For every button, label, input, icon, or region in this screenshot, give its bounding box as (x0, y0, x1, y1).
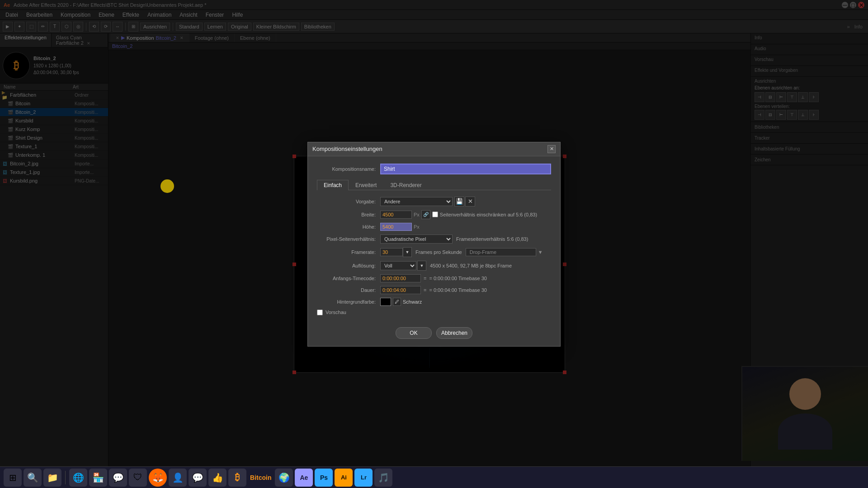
framerate-input[interactable] (380, 248, 403, 256)
framerate-label: Framerate: (317, 249, 380, 255)
start-tc-input[interactable] (380, 274, 421, 282)
comp-name-input[interactable] (380, 164, 551, 174)
comp-name-label: Kompositionsname: (317, 166, 380, 172)
taskbar-store[interactable]: 🏪 (89, 469, 107, 487)
resolution-info: 4500 x 5400, 92,7 MB je 8bpc Frame (430, 263, 512, 268)
resolution-dropdown[interactable]: ▼ (417, 261, 426, 271)
taskbar-whatsapp[interactable]: 💬 (109, 469, 127, 487)
pixel-aspect-select[interactable]: Quadratische Pixel (380, 235, 453, 244)
frame-aspect-value: 5:6 (0,83) (507, 236, 528, 242)
drop-frame-input (466, 248, 536, 256)
modal-footer: OK Abbrechen (308, 323, 560, 346)
start-tc-label: Anfangs-Timecode: (317, 276, 380, 281)
taskbar-ai[interactable]: Ai (335, 469, 353, 487)
duration-input[interactable] (380, 286, 421, 294)
bg-color-name: Schwarz (403, 299, 422, 305)
bg-color-swatch[interactable] (380, 298, 391, 306)
preset-select[interactable]: Andere (380, 197, 453, 206)
fps-label: Frames pro Sekunde (415, 249, 462, 255)
comp-name-row: Kompositionsname: (317, 164, 551, 174)
modal-title-bar: Kompositionseinstellungen ✕ (308, 142, 560, 156)
taskbar-music[interactable]: 🎵 (374, 469, 392, 487)
resolution-row: Auflösung: Voll ▼ 4500 x 5400, 92,7 MB j… (317, 261, 551, 271)
pixel-aspect-row: Pixel-Seitenverhältnis: Quadratische Pix… (317, 235, 551, 244)
bg-eyedropper-btn[interactable]: 🖉 (393, 298, 401, 306)
taskbar-lr[interactable]: Lr (354, 469, 373, 487)
preset-delete-btn[interactable]: ✕ (465, 197, 475, 206)
bg-color-row: Hintergrundfarbe: 🖉 Schwarz (317, 298, 551, 306)
taskbar-ps[interactable]: Ps (315, 469, 333, 487)
taskbar-messenger[interactable]: 💬 (189, 469, 207, 487)
taskbar-facebook[interactable]: 👍 (208, 469, 226, 487)
modal-tab-3d-renderer[interactable]: 3D-Renderer (383, 180, 428, 190)
duration-row: Dauer: = = 0:00:04:00 Timebase 30 (317, 286, 551, 294)
frame-aspect-label: Frameseitenverhältnis (456, 236, 505, 242)
preview-checkbox-label: Vorschau (326, 310, 346, 315)
preset-label: Vorgabe: (317, 199, 380, 204)
pixel-aspect-label: Pixel-Seitenverhältnis: (317, 236, 380, 242)
drop-frame-toggle[interactable]: ▼ (538, 249, 543, 255)
taskbar-user[interactable]: 👤 (169, 469, 187, 487)
modal-close-button[interactable]: ✕ (547, 145, 556, 153)
height-label: Höhe: (317, 224, 380, 230)
width-unit: Px (414, 212, 420, 217)
framerate-dropdown[interactable]: ▼ (403, 247, 412, 257)
taskbar-ae[interactable]: Ae (295, 469, 313, 487)
width-row: Breite: Px 🔗 Seitenverhältnis einschränk… (317, 210, 551, 219)
taskbar-bitcoin-label: Bitcoin (248, 474, 273, 481)
taskbar-files[interactable]: 📁 (43, 469, 61, 487)
modal-tab-einfach[interactable]: Einfach (317, 180, 349, 190)
duration-equals: = (424, 287, 426, 293)
modal-overlay: Kompositionseinstellungen ✕ Kompositions… (0, 0, 868, 488)
modal-tabs: Einfach Erweitert 3D-Renderer (317, 180, 551, 190)
taskbar-start[interactable]: ⊞ (4, 469, 22, 487)
resolution-label: Auflösung: (317, 263, 380, 268)
preview-checkbox[interactable] (317, 310, 323, 315)
height-unit: Px (414, 224, 420, 230)
preview-checkbox-row: Vorschau (317, 310, 551, 315)
width-input[interactable] (380, 211, 412, 219)
modal-title: Kompositionseinstellungen (312, 145, 382, 152)
taskbar-firefox[interactable]: 🦊 (149, 469, 167, 487)
taskbar: ⊞ 🔍 📁 🌐 🏪 💬 🛡 🦊 👤 💬 👍 ₿ Bitcoin 🌍 Ae Ps … (0, 466, 868, 488)
modal-tab-erweitert[interactable]: Erweitert (349, 180, 383, 190)
framerate-row: Framerate: ▼ Frames pro Sekunde ▼ (317, 247, 551, 257)
kompositionseinstellungen-modal: Kompositionseinstellungen ✕ Kompositions… (307, 142, 561, 347)
taskbar-bitcoin-icon[interactable]: ₿ (228, 469, 246, 487)
taskbar-shield[interactable]: 🛡 (129, 469, 147, 487)
modal-body: Kompositionsname: Einfach Erweitert 3D-R… (308, 156, 560, 323)
modal-cancel-button[interactable]: Abbrechen (436, 327, 472, 339)
taskbar-sep-1 (65, 471, 66, 484)
taskbar-browser[interactable]: 🌐 (69, 469, 87, 487)
height-input[interactable] (380, 223, 412, 231)
height-row: Höhe: Px (317, 223, 551, 231)
start-tc-equals: = (424, 276, 426, 281)
modal-ok-button[interactable]: OK (396, 327, 432, 339)
width-label: Breite: (317, 212, 380, 217)
start-tc-result: = 0:00:00:00 Timebase 30 (429, 276, 487, 281)
preset-save-btn[interactable]: 💾 (454, 197, 464, 206)
duration-label: Dauer: (317, 287, 380, 293)
aspect-lock-checkbox[interactable] (432, 211, 438, 217)
start-timecode-row: Anfangs-Timecode: = = 0:00:00:00 Timebas… (317, 274, 551, 282)
taskbar-globe2[interactable]: 🌍 (275, 469, 293, 487)
preset-row: Vorgabe: Andere 💾 ✕ (317, 197, 551, 206)
resolution-select[interactable]: Voll (380, 261, 416, 270)
duration-result: = 0:00:04:00 Timebase 30 (429, 287, 487, 293)
bg-color-label: Hintergrundfarbe: (317, 299, 380, 305)
taskbar-search[interactable]: 🔍 (24, 469, 42, 487)
aspect-lock-icon[interactable]: 🔗 (421, 210, 430, 219)
aspect-lock-label: Seitenverhältnis einschränken auf 5:6 (0… (440, 212, 537, 217)
